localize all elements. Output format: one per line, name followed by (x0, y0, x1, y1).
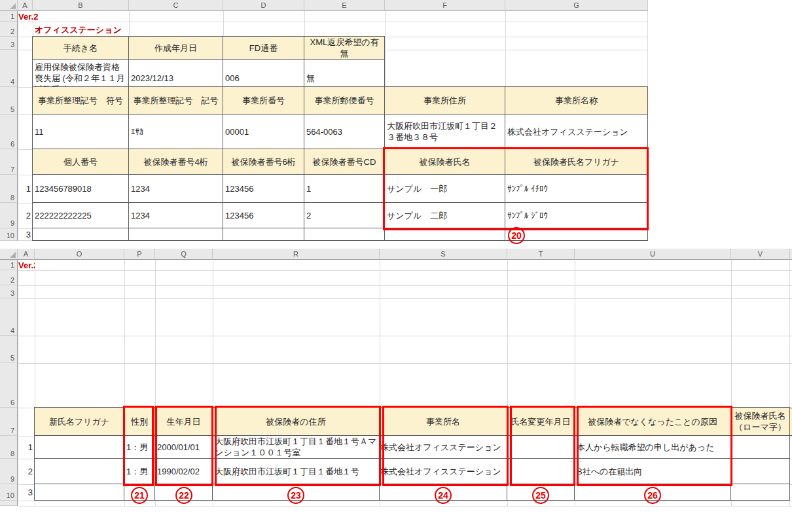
row-header[interactable]: 8 (0, 436, 18, 459)
header-cell[interactable]: 被保険者番号CD (304, 149, 385, 175)
header-cell[interactable]: 事業所住所 (385, 87, 505, 115)
highlight-box-address (215, 406, 381, 486)
header-cell[interactable]: 事業所郵便番号 (304, 87, 385, 115)
version-label: Ver.2 (18, 260, 35, 270)
data-cell[interactable]: 2 (304, 203, 385, 228)
header-cell[interactable]: 手続き名 (33, 37, 129, 60)
row-seq-cell[interactable]: 3 (18, 484, 35, 501)
row-header-partial (0, 501, 18, 506)
select-all-corner[interactable] (0, 249, 18, 260)
row-header[interactable]: 6 (0, 115, 18, 149)
row-header[interactable]: 3 (0, 285, 18, 298)
annotation-circle-20: 20 (508, 227, 525, 244)
highlight-box-name-kana (383, 147, 649, 230)
row-seq-cell[interactable]: 2 (18, 459, 35, 484)
column-header[interactable]: S (380, 249, 507, 260)
data-cell[interactable] (35, 436, 124, 459)
data-cell[interactable] (304, 228, 385, 241)
column-header[interactable]: R (213, 249, 380, 260)
data-cell[interactable] (731, 484, 790, 501)
column-header[interactable]: C (129, 0, 223, 11)
column-header[interactable]: G (505, 0, 648, 11)
data-cell[interactable]: ｴｻｶ (129, 115, 223, 149)
header-cell[interactable]: 被保険者番号6桁 (223, 149, 304, 175)
column-header[interactable]: B (33, 0, 129, 11)
data-cell[interactable]: 564-0063 (304, 115, 385, 149)
column-header[interactable]: A (18, 0, 33, 11)
row-seq-cell[interactable]: 3 (18, 228, 33, 241)
column-header[interactable]: U (575, 249, 731, 260)
data-cell[interactable]: 00001 (223, 115, 304, 149)
annotation-circle-23: 23 (287, 487, 304, 504)
row-seq-cell[interactable]: 1 (18, 175, 33, 203)
header-cell[interactable]: 個人番号 (33, 149, 129, 175)
header-cell[interactable]: 被保険者氏名（ローマ字） (731, 408, 790, 436)
row-header[interactable]: 2 (0, 22, 18, 37)
excel-screenshot-pair: A B C D E F G 1 2 3 4 5 6 7 8 9 10 Ver.2… (0, 0, 792, 532)
row-header[interactable]: 4 (0, 50, 18, 87)
data-cell[interactable] (223, 228, 304, 241)
data-cell[interactable]: 大阪府吹田市江坂町１丁目２３番地３８号 (385, 115, 505, 149)
select-all-triangle-icon (10, 3, 16, 9)
column-header[interactable]: V (731, 249, 790, 260)
data-cell[interactable]: 123456789018 (33, 175, 129, 203)
worksheet-bottom: A O P Q R S T U V 1 2 3 4 5 6 7 8 9 10 V… (0, 249, 792, 517)
row-header[interactable]: 6 (0, 363, 18, 408)
brand-title: オフィスステーション (35, 24, 122, 36)
data-cell[interactable]: 1 (304, 175, 385, 203)
header-cell[interactable]: 新氏名フリガナ (35, 408, 124, 436)
header-cell[interactable]: FD通番 (223, 37, 304, 60)
header-cell[interactable]: 事業所整理記号 符号 (33, 87, 129, 115)
row-header[interactable]: 7 (0, 408, 18, 436)
header-cell[interactable]: 事業所名称 (505, 87, 648, 115)
header-cell[interactable]: 被保険者番号4桁 (129, 149, 223, 175)
header-cell[interactable]: 作成年月日 (129, 37, 223, 60)
row-header[interactable]: 2 (0, 270, 18, 285)
data-cell[interactable]: 1234 (129, 175, 223, 203)
column-header[interactable]: A (18, 249, 35, 260)
row-header[interactable]: 7 (0, 149, 18, 175)
data-cell[interactable] (731, 459, 790, 484)
row-header[interactable]: 5 (0, 336, 18, 363)
data-cell[interactable]: 11 (33, 115, 129, 149)
data-cell[interactable] (129, 228, 223, 241)
row-seq-cell[interactable]: 2 (18, 203, 33, 228)
annotation-circle-26: 26 (644, 487, 661, 504)
column-header[interactable]: D (223, 0, 304, 11)
column-header[interactable]: P (124, 249, 155, 260)
row-seq-cell[interactable]: 1 (18, 436, 35, 459)
row-header[interactable]: 1 (0, 260, 18, 270)
header-cell[interactable]: 事業所番号 (223, 87, 304, 115)
data-cell[interactable]: 222222222225 (33, 203, 129, 228)
row-header[interactable]: 9 (0, 203, 18, 228)
column-header[interactable]: F (385, 0, 505, 11)
header-cell[interactable]: XML返戻希望の有無 (304, 37, 385, 60)
row-header[interactable]: 1 (0, 11, 18, 22)
annotation-circle-24: 24 (435, 487, 452, 504)
column-header[interactable]: Q (155, 249, 213, 260)
data-cell[interactable]: 1234 (129, 203, 223, 228)
row-header[interactable]: 10 (0, 484, 18, 501)
select-all-corner[interactable] (0, 0, 18, 11)
data-cell[interactable] (35, 459, 124, 484)
data-cell[interactable] (33, 228, 129, 241)
row-header[interactable]: 4 (0, 298, 18, 336)
select-all-triangle-icon (10, 252, 16, 258)
row-header[interactable]: 3 (0, 37, 18, 50)
highlight-box-sex (123, 406, 154, 486)
row-header[interactable]: 8 (0, 175, 18, 203)
column-header[interactable]: T (507, 249, 575, 260)
data-cell[interactable] (731, 436, 790, 459)
header-cell[interactable]: 事業所整理記号 記号 (129, 87, 223, 115)
data-cell[interactable]: 123456 (223, 175, 304, 203)
row-header[interactable]: 9 (0, 459, 18, 484)
data-cell[interactable] (35, 484, 124, 501)
row-header[interactable]: 10 (0, 228, 18, 241)
column-header[interactable]: E (304, 0, 385, 11)
data-cell[interactable]: 123456 (223, 203, 304, 228)
data-cell[interactable]: 株式会社オフィスステーション (505, 115, 648, 149)
row-header[interactable]: 5 (0, 87, 18, 115)
highlight-box-reason (577, 406, 732, 486)
column-header[interactable]: O (35, 249, 124, 260)
office-table: 事業所整理記号 符号 事業所整理記号 記号 事業所番号 事業所郵便番号 事業所住… (32, 86, 648, 149)
